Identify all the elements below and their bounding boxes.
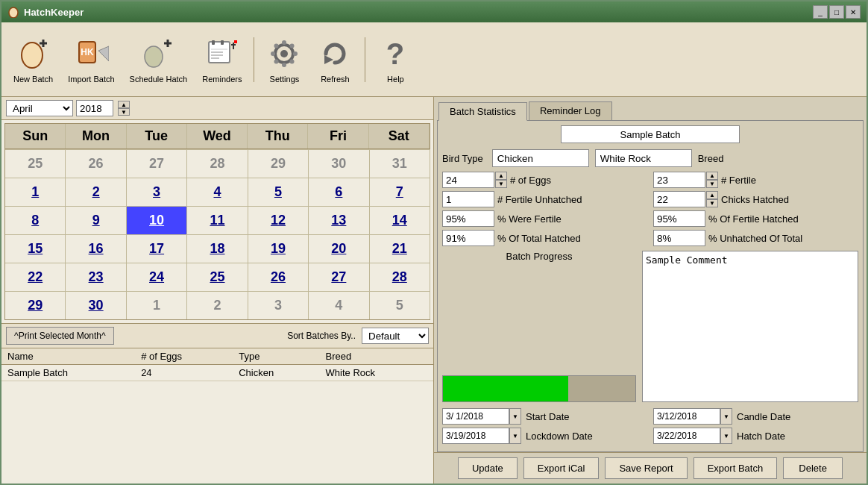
cal-day-30[interactable]: 30: [309, 149, 369, 178]
were-fertile-field[interactable]: [442, 210, 494, 227]
export-batch-button[interactable]: Export Batch: [694, 457, 777, 479]
new-batch-button[interactable]: New Batch: [7, 33, 59, 87]
cal-day-1[interactable]: 1: [5, 178, 66, 206]
chicks-down[interactable]: ▼: [706, 199, 718, 207]
schedule-hatch-button[interactable]: Schedule Hatch: [124, 33, 194, 87]
print-month-button[interactable]: ^Print Selected Month^: [6, 327, 114, 345]
chicks-up[interactable]: ▲: [706, 191, 718, 199]
cal-day-18[interactable]: 18: [187, 234, 248, 263]
cal-day-10[interactable]: 10: [127, 206, 187, 234]
fertile-down[interactable]: ▼: [706, 180, 718, 188]
cal-day-7[interactable]: 7: [370, 178, 430, 206]
cal-day-5[interactable]: 5: [248, 178, 309, 206]
cal-day-28[interactable]: 28: [187, 149, 248, 178]
year-field[interactable]: [76, 100, 113, 116]
export-ical-button[interactable]: Export iCal: [523, 457, 600, 479]
refresh-button[interactable]: Refresh: [311, 33, 359, 87]
cal-day-27[interactable]: 27: [309, 263, 369, 291]
settings-button[interactable]: Settings: [260, 33, 308, 87]
cal-day-15[interactable]: 15: [5, 234, 66, 263]
cal-day-6[interactable]: 6: [309, 178, 369, 206]
cal-day-2[interactable]: 2: [66, 178, 126, 206]
cal-day-3[interactable]: 3: [127, 178, 187, 206]
svg-text:HK: HK: [81, 47, 95, 57]
cal-day-5[interactable]: 5: [370, 291, 430, 319]
eggs-down[interactable]: ▼: [495, 180, 507, 188]
cal-day-8[interactable]: 8: [5, 206, 66, 234]
fertile-unhatched-field[interactable]: [442, 191, 494, 207]
total-hatched-field[interactable]: [442, 230, 494, 246]
fertile-up[interactable]: ▲: [706, 172, 718, 180]
start-date-arrow[interactable]: ▼: [509, 408, 521, 425]
fertile-field[interactable]: [653, 172, 705, 188]
cal-day-4[interactable]: 4: [187, 178, 248, 206]
breed-field[interactable]: [595, 149, 692, 167]
window-title: HatchKeeper: [24, 7, 84, 18]
fertile-hatched-field[interactable]: [653, 210, 705, 227]
delete-button[interactable]: Delete: [783, 457, 843, 479]
cal-day-31[interactable]: 31: [370, 149, 430, 178]
cal-day-26[interactable]: 26: [66, 149, 126, 178]
cal-day-29[interactable]: 29: [5, 291, 66, 319]
svg-rect-12: [221, 40, 224, 45]
cal-day-25[interactable]: 25: [187, 263, 248, 291]
cal-day-26[interactable]: 26: [248, 263, 309, 291]
cell-name: Sample Batch: [1, 365, 135, 381]
sort-select[interactable]: Default: [362, 328, 429, 344]
bird-type-field[interactable]: [492, 149, 589, 167]
cal-day-19[interactable]: 19: [248, 234, 309, 263]
year-up-arrow[interactable]: ▲: [118, 101, 130, 108]
start-date-field[interactable]: [442, 408, 509, 425]
cal-day-11[interactable]: 11: [187, 206, 248, 234]
tab-batch-statistics[interactable]: Batch Statistics: [438, 102, 527, 121]
cal-day-25[interactable]: 25: [5, 149, 66, 178]
cal-day-20[interactable]: 20: [309, 234, 369, 263]
stat-total-hatched: % Of Total Hatched: [442, 230, 647, 246]
candle-date-arrow[interactable]: ▼: [720, 408, 732, 425]
cal-day-30[interactable]: 30: [66, 291, 126, 319]
minimize-button[interactable]: _: [813, 5, 828, 19]
table-row[interactable]: Sample Batch24ChickenWhite Rock: [1, 365, 433, 381]
cal-day-22[interactable]: 22: [5, 263, 66, 291]
cal-day-13[interactable]: 13: [309, 206, 369, 234]
stat-fertile-hatched: % Of Fertile Hatched: [653, 210, 858, 227]
cal-day-17[interactable]: 17: [127, 234, 187, 263]
lockdown-date-arrow[interactable]: ▼: [509, 428, 521, 444]
cal-day-4[interactable]: 4: [309, 291, 369, 319]
lockdown-date-field[interactable]: [442, 428, 509, 444]
maximize-button[interactable]: □: [829, 5, 844, 19]
cal-day-9[interactable]: 9: [66, 206, 126, 234]
year-down-arrow[interactable]: ▼: [118, 108, 130, 116]
reminders-button[interactable]: Reminders: [196, 33, 248, 87]
cal-day-24[interactable]: 24: [127, 263, 187, 291]
cal-day-21[interactable]: 21: [370, 234, 430, 263]
update-button[interactable]: Update: [458, 457, 518, 479]
import-batch-button[interactable]: HK Import Batch: [62, 33, 120, 87]
cal-day-29[interactable]: 29: [248, 149, 309, 178]
cal-day-28[interactable]: 28: [370, 263, 430, 291]
chicks-hatched-field[interactable]: [653, 191, 705, 207]
batch-name-field[interactable]: [561, 125, 740, 143]
cal-day-16[interactable]: 16: [66, 234, 126, 263]
cal-day-23[interactable]: 23: [66, 263, 126, 291]
eggs-up[interactable]: ▲: [495, 172, 507, 180]
cal-day-1[interactable]: 1: [127, 291, 187, 319]
hatch-date-arrow[interactable]: ▼: [720, 428, 732, 444]
tab-reminder-log[interactable]: Reminder Log: [529, 101, 612, 120]
month-select[interactable]: April: [6, 100, 73, 116]
cal-day-27[interactable]: 27: [127, 149, 187, 178]
unhatched-total-field[interactable]: [653, 230, 705, 246]
candle-date-field[interactable]: [653, 408, 720, 425]
close-button[interactable]: ✕: [846, 5, 861, 19]
cal-day-14[interactable]: 14: [370, 206, 430, 234]
help-button[interactable]: ? Help: [371, 33, 419, 87]
refresh-icon: [317, 36, 353, 72]
cal-header-sat: Sat: [369, 124, 430, 148]
hatch-date-field[interactable]: [653, 428, 720, 444]
comment-textarea[interactable]: Sample Comment: [642, 251, 858, 402]
cal-day-2[interactable]: 2: [187, 291, 248, 319]
save-report-button[interactable]: Save Report: [605, 457, 687, 479]
eggs-field[interactable]: [442, 172, 494, 188]
cal-day-12[interactable]: 12: [248, 206, 309, 234]
cal-day-3[interactable]: 3: [248, 291, 309, 319]
